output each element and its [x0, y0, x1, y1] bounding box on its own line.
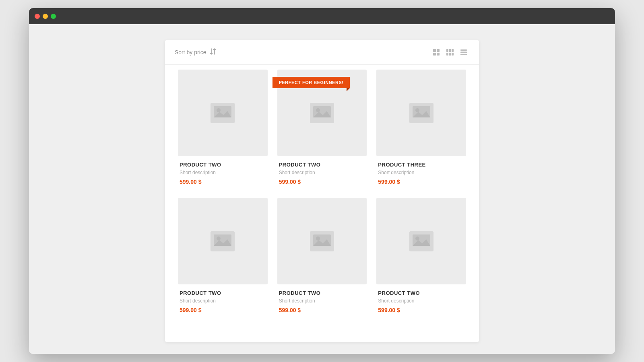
- svg-rect-3: [437, 53, 440, 56]
- svg-rect-5: [449, 49, 451, 52]
- main-content: Sort by price: [29, 24, 615, 354]
- product-description: Short description: [378, 170, 464, 175]
- product-name: PRODUCT TWO: [378, 290, 464, 296]
- svg-rect-11: [460, 52, 467, 53]
- list-view-button[interactable]: [458, 47, 469, 58]
- product-card[interactable]: PERFECT FOR BEGINNERS! PRODUCT TWO Short…: [272, 65, 372, 193]
- sort-section: Sort by price: [175, 48, 216, 57]
- product-info: PRODUCT TWO Short description 599.00 $: [376, 284, 466, 317]
- product-badge: PERFECT FOR BEGINNERS!: [272, 77, 350, 88]
- product-card[interactable]: PRODUCT TWO Short description 599.00 $: [173, 193, 272, 321]
- product-info: PRODUCT TWO Short description 599.00 $: [277, 284, 367, 317]
- product-description: Short description: [378, 298, 464, 304]
- svg-rect-1: [437, 49, 440, 52]
- maximize-button[interactable]: [51, 14, 56, 19]
- svg-rect-9: [452, 53, 454, 56]
- toolbar: Sort by price: [165, 40, 479, 65]
- svg-point-19: [316, 108, 320, 112]
- product-image: [376, 70, 466, 156]
- product-image: [376, 198, 466, 284]
- svg-point-31: [316, 237, 320, 241]
- view-icons: [431, 47, 469, 58]
- product-card[interactable]: PRODUCT THREE Short description 599.00 $: [372, 65, 471, 193]
- image-placeholder: [310, 231, 334, 251]
- product-price: 599.00 $: [378, 307, 464, 313]
- product-price: 599.00 $: [180, 307, 266, 313]
- svg-point-35: [415, 237, 419, 241]
- product-image: [178, 198, 268, 284]
- product-info: PRODUCT TWO Short description 599.00 $: [277, 156, 367, 188]
- product-description: Short description: [279, 170, 365, 175]
- image-placeholder: [310, 103, 334, 123]
- svg-rect-4: [446, 49, 448, 52]
- svg-point-27: [217, 237, 221, 241]
- sort-label: Sort by price: [175, 49, 206, 56]
- image-placeholder: [409, 103, 433, 123]
- product-info: PRODUCT THREE Short description 599.00 $: [376, 156, 466, 188]
- large-grid-view-button[interactable]: [431, 47, 442, 58]
- minimize-button[interactable]: [43, 14, 48, 19]
- close-button[interactable]: [35, 14, 40, 19]
- medium-grid-view-button[interactable]: [444, 47, 456, 58]
- product-price: 599.00 $: [378, 179, 464, 185]
- image-placeholder: [211, 231, 235, 251]
- product-name: PRODUCT TWO: [180, 162, 266, 168]
- product-card[interactable]: PRODUCT TWO Short description 599.00 $: [173, 65, 272, 193]
- traffic-lights: [35, 14, 56, 19]
- product-name: PRODUCT TWO: [279, 162, 365, 168]
- product-grid: PRODUCT TWO Short description 599.00 $ P…: [165, 65, 479, 329]
- product-name: PRODUCT TWO: [279, 290, 365, 296]
- titlebar: [29, 8, 615, 24]
- product-image: [178, 70, 268, 156]
- svg-rect-8: [449, 53, 451, 56]
- product-price: 599.00 $: [279, 307, 365, 313]
- sort-icon[interactable]: [210, 48, 216, 57]
- product-description: Short description: [180, 170, 266, 175]
- product-price: 599.00 $: [180, 179, 266, 185]
- svg-rect-0: [433, 49, 436, 52]
- product-info: PRODUCT TWO Short description 599.00 $: [178, 156, 268, 188]
- product-description: Short description: [279, 298, 365, 304]
- product-price: 599.00 $: [279, 179, 365, 185]
- svg-rect-2: [433, 53, 436, 56]
- svg-rect-10: [460, 49, 467, 51]
- product-image: PERFECT FOR BEGINNERS!: [277, 70, 367, 156]
- product-image: [277, 198, 367, 284]
- product-card[interactable]: PRODUCT TWO Short description 599.00 $: [372, 193, 471, 321]
- product-info: PRODUCT TWO Short description 599.00 $: [178, 284, 268, 317]
- svg-rect-12: [460, 54, 467, 55]
- product-description: Short description: [180, 298, 266, 304]
- product-name: PRODUCT TWO: [180, 290, 266, 296]
- app-window: Sort by price: [29, 8, 615, 354]
- svg-rect-6: [452, 49, 454, 52]
- svg-rect-7: [446, 53, 448, 56]
- svg-point-23: [415, 108, 419, 112]
- svg-point-15: [217, 108, 221, 112]
- image-placeholder: [211, 103, 235, 123]
- image-placeholder: [409, 231, 433, 251]
- shop-container: Sort by price: [165, 40, 479, 342]
- product-card[interactable]: PRODUCT TWO Short description 599.00 $: [272, 193, 372, 321]
- product-name: PRODUCT THREE: [378, 162, 464, 168]
